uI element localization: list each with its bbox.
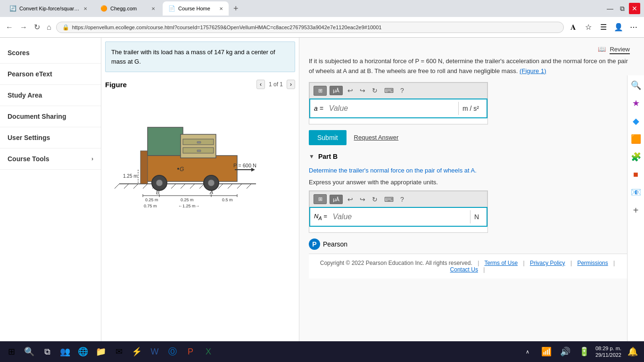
problem-statement: If it is subjected to a horizontal force… [309, 57, 630, 76]
mu-button-b[interactable]: μÅ [330, 195, 343, 204]
tab-course-home-close[interactable]: ✕ [219, 6, 223, 11]
outlook-taskbar-button[interactable]: Ⓞ [165, 344, 180, 359]
undo-icon-b[interactable]: ↩ [346, 195, 355, 204]
window-controls: — ⧉ ✕ [604, 3, 640, 14]
answer-input-a[interactable] [327, 101, 458, 115]
minimize-button[interactable]: — [604, 3, 616, 14]
collapse-icon-b: ▼ [309, 153, 314, 160]
sidebar-item-study-area[interactable]: Study Area [0, 85, 101, 106]
app1-button[interactable]: ⚡ [129, 344, 144, 359]
battery-icon[interactable]: 🔋 [577, 344, 592, 359]
search-taskbar-button[interactable]: 🔍 [22, 344, 37, 359]
taskbar-date-text: 29/11/2022 [595, 352, 621, 358]
svg-rect-22 [197, 141, 201, 143]
forward-button[interactable]: → [18, 21, 29, 33]
submit-button[interactable]: Submit [309, 130, 347, 145]
submit-row: Submit Request Answer [309, 130, 630, 145]
home-button[interactable]: ⌂ [45, 21, 53, 33]
volume-icon[interactable]: 🔊 [558, 344, 573, 359]
system-tray[interactable]: ∧ [520, 344, 535, 359]
profile-icon[interactable]: 👤 [612, 21, 625, 34]
outlook-icon[interactable]: 📧 [629, 185, 643, 199]
refresh-button[interactable]: ↻ [32, 21, 42, 33]
sidebar-item-user-settings[interactable]: User Settings [0, 127, 101, 148]
network-icon[interactable]: 📶 [539, 344, 554, 359]
sidebar-item-course-tools[interactable]: Course Tools › [0, 148, 101, 170]
matrix-button-a[interactable]: ⊞ [314, 86, 327, 96]
sidebar-item-pearson-etext[interactable]: Pearson eText [0, 64, 101, 85]
office-icon[interactable]: ■ [631, 168, 640, 181]
sidebar-item-scores-label: Scores [8, 49, 30, 57]
figure-svg: G B A P = 600 N [105, 97, 270, 210]
plus-icon[interactable]: + [631, 203, 641, 218]
new-tab-button[interactable]: + [231, 4, 241, 14]
favorites-icon[interactable]: ☆ [582, 21, 595, 34]
answer-input-b[interactable] [331, 210, 470, 224]
star-icon[interactable]: ★ [630, 96, 642, 110]
teams-button[interactable]: 👥 [58, 344, 73, 359]
mail-button[interactable]: ✉ [111, 344, 126, 359]
keyboard-icon-b[interactable]: ⌨ [382, 195, 396, 204]
extensions-icon[interactable]: ⋯ [627, 21, 640, 34]
briefcase-icon[interactable]: 🟧 [629, 132, 643, 146]
refresh-icon-b[interactable]: ↻ [370, 195, 380, 204]
svg-text:G: G [180, 166, 184, 173]
close-button[interactable]: ✕ [629, 3, 640, 14]
excel-button[interactable]: X [201, 344, 216, 359]
maximize-button[interactable]: ⧉ [617, 3, 628, 14]
sidebar-item-document-sharing[interactable]: Document Sharing [0, 106, 101, 127]
url-input[interactable]: 🔒 https://openvellum.ecollege.com/course… [56, 22, 564, 33]
tab-convert-label: Convert Kip-force/square Inch t... [19, 6, 81, 11]
search-icon[interactable]: 🔍 [629, 78, 643, 92]
answer-row-a: a = m / s² [309, 99, 487, 118]
notifications-icon[interactable]: 🔔 [625, 344, 640, 359]
powerpoint-button[interactable]: P [183, 344, 198, 359]
puzzle-icon[interactable]: 🧩 [629, 150, 643, 164]
task-view-button[interactable]: ⧉ [40, 344, 55, 359]
folder-button[interactable]: 📁 [93, 344, 108, 359]
figure-reference[interactable]: (Figure 1) [520, 67, 546, 74]
privacy-link[interactable]: Privacy Policy [530, 260, 565, 266]
figure-prev-button[interactable]: ‹ [256, 80, 265, 89]
back-button[interactable]: ← [4, 21, 15, 33]
sidebar-item-scores[interactable]: Scores [0, 42, 101, 64]
svg-text:←1.25 m→: ←1.25 m→ [178, 204, 200, 208]
refresh-icon-a[interactable]: ↻ [370, 86, 380, 95]
help-icon-b[interactable]: ? [398, 195, 406, 204]
redo-icon-a[interactable]: ↪ [358, 86, 367, 95]
contact-link[interactable]: Contact Us [450, 266, 478, 273]
separator-4: | [613, 260, 615, 266]
sidebar-item-user-settings-label: User Settings [8, 134, 50, 141]
undo-icon-a[interactable]: ↩ [346, 86, 355, 95]
matrix-button-b[interactable]: ⊞ [314, 194, 327, 204]
terms-link[interactable]: Terms of Use [484, 260, 518, 266]
word-button[interactable]: W [147, 344, 162, 359]
edge-button[interactable]: 🌐 [75, 344, 91, 359]
svg-line-3 [133, 184, 138, 189]
url-text: https://openvellum.ecollege.com/course.h… [72, 25, 382, 30]
tab-chegg-close[interactable]: ✕ [151, 6, 155, 11]
read-mode-icon[interactable]: 𝐀 [567, 21, 580, 34]
svg-line-4 [143, 184, 148, 189]
tab-convert-close[interactable]: ✕ [83, 6, 87, 11]
separator-1: | [478, 260, 479, 266]
diamond-icon[interactable]: ◆ [631, 114, 641, 128]
redo-icon-b[interactable]: ↪ [358, 195, 367, 204]
request-answer-link[interactable]: Request Answer [354, 134, 399, 141]
taskbar-clock[interactable]: 08:29 p. m. 29/11/2022 [595, 345, 621, 359]
svg-line-7 [171, 184, 176, 189]
mu-button-a[interactable]: μÅ [330, 86, 343, 95]
figure-image: G B A P = 600 N [101, 93, 299, 234]
tab-course-home[interactable]: 📄 Course Home ✕ [163, 1, 229, 16]
part-b-header[interactable]: ▼ Part B [309, 153, 630, 160]
keyboard-icon-a[interactable]: ⌨ [382, 86, 396, 95]
tab-chegg[interactable]: 🟠 Chegg.com ✕ [95, 1, 161, 16]
toolbar-b: ⊞ μÅ ↩ ↪ ↻ ⌨ ? [309, 191, 487, 207]
collections-icon[interactable]: ☰ [597, 21, 610, 34]
tab-convert[interactable]: 🔄 Convert Kip-force/square Inch t... ✕ [4, 1, 93, 16]
start-button[interactable]: ⊞ [4, 344, 19, 359]
help-icon-a[interactable]: ? [398, 86, 406, 95]
permissions-link[interactable]: Permissions [577, 260, 608, 266]
review-link[interactable]: Review [610, 46, 630, 54]
figure-next-button[interactable]: › [287, 80, 295, 89]
